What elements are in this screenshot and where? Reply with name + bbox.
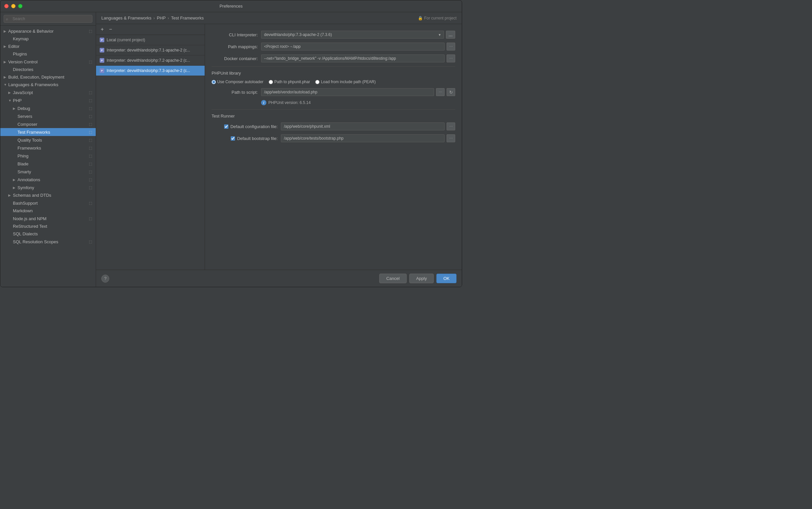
path-mappings-value: ⋯: [261, 42, 455, 50]
default-config-label-wrap: Default configuration file:: [211, 124, 278, 129]
default-bootstrap-checkbox[interactable]: [231, 136, 235, 141]
sidebar-item-build-execution-deployment[interactable]: ▶ Build, Execution, Deployment: [0, 73, 96, 81]
window-title: Preferences: [219, 4, 243, 8]
interpreter-item-72[interactable]: P Interpreter: devwithlando/php:7.2-apac…: [96, 56, 205, 66]
ext-icon: ⬚: [88, 129, 93, 135]
sidebar-item-symfony[interactable]: ▶ Symfony ⬚: [0, 183, 96, 192]
path-mappings-label: Path mappings:: [211, 44, 258, 49]
sidebar-item-servers[interactable]: Servers ⬚: [0, 112, 96, 120]
sidebar-item-quality-tools[interactable]: Quality Tools ⬚: [0, 136, 96, 144]
sidebar-item-restructured-text[interactable]: ReStructured Text: [0, 223, 96, 230]
sidebar-item-directories[interactable]: Directories: [0, 66, 96, 73]
path-mappings-row: Path mappings: ⋯: [211, 42, 455, 50]
radio-composer-autoloader-input[interactable]: [211, 80, 216, 84]
interpreter-item-71[interactable]: P Interpreter: devwithlando/php:7.1-apac…: [96, 45, 205, 56]
sidebar-item-plugins[interactable]: Plugins: [0, 50, 96, 58]
sidebar-item-annotations[interactable]: ▶ Annotations ⬚: [0, 176, 96, 183]
default-bootstrap-input[interactable]: [281, 134, 445, 142]
interpreter-item-local[interactable]: P Local (current project): [96, 35, 205, 45]
sidebar-item-schemas-dtds[interactable]: ▶ Schemas and DTDs: [0, 192, 96, 199]
sidebar-item-php[interactable]: ▼ PHP ⬚: [0, 96, 96, 104]
arrow-icon: ▼: [8, 99, 13, 102]
ext-icon: ⬚: [88, 200, 93, 206]
sidebar-item-appearance-behavior[interactable]: ▶ Appearance & Behavior ⬚: [0, 27, 96, 35]
sidebar-item-languages-frameworks[interactable]: ▼ Languages & Frameworks: [0, 81, 96, 89]
close-button[interactable]: [4, 4, 8, 8]
sidebar-item-label: Debug: [18, 106, 88, 111]
sidebar-item-bashsupport[interactable]: BashSupport ⬚: [0, 199, 96, 207]
search-input[interactable]: [4, 15, 93, 23]
path-to-script-input[interactable]: [261, 88, 434, 96]
right-panel: Languages & Frameworks › PHP › Test Fram…: [96, 12, 462, 287]
sidebar-item-smarty[interactable]: Smarty ⬚: [0, 168, 96, 176]
sidebar-item-sql-resolution-scopes[interactable]: SQL Resolution Scopes ⬚: [0, 238, 96, 246]
sidebar-item-debug[interactable]: ▶ Debug ⬚: [0, 104, 96, 112]
arrow-icon: ▶: [13, 178, 18, 181]
sidebar-item-label: Blade: [18, 161, 88, 166]
sidebar-item-markdown[interactable]: Markdown: [0, 207, 96, 214]
apply-button[interactable]: Apply: [409, 274, 434, 283]
default-config-input[interactable]: [281, 123, 445, 130]
interpreter-label: Interpreter: devwithlando/php:7.1-apache…: [107, 48, 201, 53]
minimize-button[interactable]: [11, 4, 15, 8]
ext-icon: ⬚: [88, 239, 93, 244]
breadcrumb-part2: PHP: [157, 15, 166, 21]
sidebar-item-composer[interactable]: Composer ⬚: [0, 120, 96, 128]
sidebar-item-keymap[interactable]: Keymap: [0, 35, 96, 42]
radio-include-path[interactable]: Load from include path (PEAR): [315, 79, 376, 84]
phpunit-radio-group: Use Composer autoloader Path to phpunit.…: [211, 79, 455, 84]
ext-icon: ⬚: [88, 185, 93, 190]
sidebar-item-test-frameworks[interactable]: Test Frameworks ⬚: [0, 128, 96, 136]
help-button[interactable]: ?: [101, 275, 109, 282]
default-bootstrap-browse-button[interactable]: ⋯: [447, 134, 455, 142]
ext-icon: ⬚: [88, 98, 93, 103]
cli-interpreter-select[interactable]: devwithlando/php:7.3-apache-2 (7.3.6): [261, 31, 444, 39]
default-config-label: Default configuration file:: [230, 124, 278, 129]
default-config-browse-button[interactable]: ⋯: [447, 123, 455, 130]
sidebar-item-editor[interactable]: ▶ Editor: [0, 42, 96, 50]
phpunit-library-section: PHPUnit library: [211, 71, 455, 77]
sidebar-item-label: Symfony: [18, 185, 88, 190]
docker-container-browse-button[interactable]: ⋯: [447, 55, 455, 62]
sidebar-item-label: Languages & Frameworks: [8, 82, 93, 87]
interpreters-panel: + − P Local (current project): [96, 24, 205, 270]
ok-button[interactable]: OK: [436, 274, 456, 283]
radio-phpunit-phar[interactable]: Path to phpunit.phar: [269, 79, 310, 84]
radio-phpunit-phar-input[interactable]: [269, 80, 273, 84]
radio-include-path-input[interactable]: [315, 80, 319, 84]
cancel-button[interactable]: Cancel: [379, 274, 406, 283]
sidebar-item-sql-dialects[interactable]: SQL Dialects: [0, 230, 96, 238]
bottom-right: Cancel Apply OK: [379, 274, 456, 283]
sidebar-item-label: Test Frameworks: [18, 130, 88, 135]
sidebar-item-label: Schemas and DTDs: [13, 193, 93, 198]
docker-container-input[interactable]: [261, 55, 445, 62]
interpreter-toolbar: + −: [96, 24, 205, 35]
ext-icon: ⬚: [88, 137, 93, 143]
sidebar-item-frameworks[interactable]: Frameworks ⬚: [0, 144, 96, 152]
sidebar-item-phing[interactable]: Phing ⬚: [0, 152, 96, 160]
radio-composer-autoloader[interactable]: Use Composer autoloader: [211, 79, 263, 84]
maximize-button[interactable]: [18, 4, 23, 8]
sidebar-item-javascript[interactable]: ▶ JavaScript ⬚: [0, 89, 96, 96]
sidebar-item-nodejs-npm[interactable]: Node.js and NPM ⬚: [0, 214, 96, 223]
remove-interpreter-button[interactable]: −: [108, 26, 113, 33]
sidebar-item-blade[interactable]: Blade ⬚: [0, 160, 96, 168]
preferences-window: Preferences ⌕ ▶ Appearance & Behavior ⬚: [0, 0, 462, 287]
sidebar-item-version-control[interactable]: ▶ Version Control ⬚: [0, 58, 96, 66]
interpreter-item-73[interactable]: P Interpreter: devwithlando/php:7.3-apac…: [96, 66, 205, 76]
default-config-checkbox[interactable]: [224, 125, 228, 129]
cli-interpreter-more-button[interactable]: …: [446, 31, 455, 39]
php-icon: P: [99, 47, 105, 53]
cli-interpreter-select-wrapper: devwithlando/php:7.3-apache-2 (7.3.6) ▼: [261, 31, 444, 39]
docker-container-label: Docker container:: [211, 56, 258, 61]
path-to-script-browse-button[interactable]: ⋯: [436, 88, 445, 96]
arrow-icon: ▶: [13, 186, 18, 190]
test-runner-label: Test Runner: [211, 113, 235, 118]
path-mappings-input[interactable]: [261, 42, 445, 50]
path-to-script-refresh-button[interactable]: ↻: [447, 88, 455, 96]
path-mappings-browse-button[interactable]: ⋯: [447, 42, 455, 50]
docker-container-value: ⋯: [261, 55, 455, 62]
add-interpreter-button[interactable]: +: [99, 26, 105, 33]
php-icon: P: [99, 37, 105, 42]
info-icon: i: [261, 100, 266, 105]
